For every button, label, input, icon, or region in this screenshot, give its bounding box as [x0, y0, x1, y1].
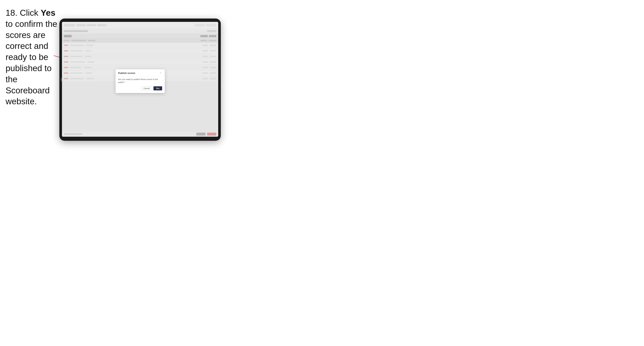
cancel-button[interactable]: Cancel: [141, 86, 152, 90]
tablet-screen: Publish scores × Are you ready to publis…: [62, 22, 218, 137]
instruction-rest: to confirm the scores are correct and re…: [6, 19, 57, 106]
instruction-plain: Click: [20, 8, 41, 17]
dialog-actions: Cancel Yes: [118, 86, 162, 90]
dialog-close-button[interactable]: ×: [159, 71, 162, 74]
dialog-header: Publish scores ×: [116, 69, 165, 76]
tablet-side-button: [61, 78, 62, 81]
modal-overlay: Publish scores × Are you ready to publis…: [62, 22, 218, 137]
instruction-text: 18. Click Yes to confirm the scores are …: [6, 7, 58, 107]
dialog-title: Publish scores: [118, 72, 135, 74]
yes-button[interactable]: Yes: [154, 86, 162, 90]
step-number: 18.: [6, 8, 18, 17]
dialog-message: Are you ready to publish these scores to…: [118, 78, 162, 84]
tablet-device: Publish scores × Are you ready to publis…: [59, 18, 221, 141]
dialog-body: Are you ready to publish these scores to…: [116, 76, 165, 93]
bold-yes: Yes: [41, 8, 55, 17]
publish-scores-dialog: Publish scores × Are you ready to publis…: [116, 69, 165, 93]
